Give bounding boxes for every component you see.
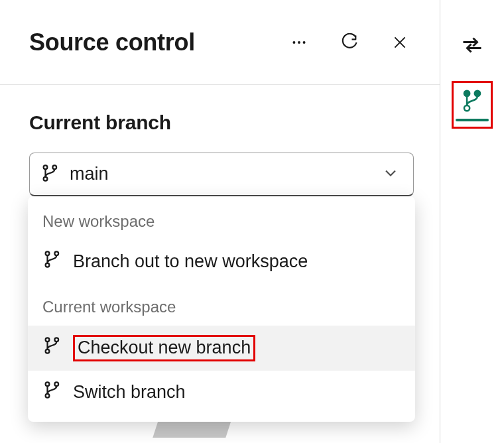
panel-title: Source control [29, 29, 288, 56]
menu-item-label: Branch out to new workspace [73, 251, 308, 272]
svg-point-11 [46, 338, 50, 342]
svg-point-7 [52, 165, 56, 169]
branch-icon [42, 249, 62, 274]
more-button[interactable] [288, 32, 310, 53]
svg-point-16 [54, 382, 58, 386]
current-branch-label: Current branch [29, 111, 410, 134]
menu-group-new-workspace: New workspace [28, 206, 415, 240]
chevron-down-icon [381, 164, 400, 185]
svg-point-8 [46, 251, 50, 255]
branch-dropdown-menu: New workspace Branch out to new workspac… [28, 196, 415, 422]
svg-point-14 [46, 382, 50, 386]
svg-point-15 [46, 394, 50, 398]
menu-item-checkout-new-branch[interactable]: Checkout new branch [28, 326, 415, 371]
sync-icon [460, 33, 484, 57]
svg-point-2 [303, 41, 306, 44]
branch-dropdown-wrap: main New workspace Branch out to new wor… [29, 153, 410, 196]
svg-point-13 [54, 338, 58, 342]
svg-point-10 [54, 251, 58, 255]
svg-point-0 [292, 41, 295, 44]
source-control-icon [460, 88, 485, 113]
branch-icon [42, 336, 62, 360]
svg-point-18 [464, 105, 470, 111]
right-rail [440, 0, 504, 443]
menu-item-switch-branch[interactable]: Switch branch [28, 371, 415, 414]
close-icon [391, 34, 409, 51]
svg-point-12 [46, 349, 50, 353]
svg-point-5 [44, 165, 48, 169]
more-icon [290, 34, 308, 51]
close-button[interactable] [389, 32, 410, 53]
svg-point-6 [44, 176, 48, 180]
branch-dropdown[interactable]: main [29, 153, 414, 196]
panel-content: Current branch main New workspace Branch… [0, 85, 440, 196]
svg-point-1 [298, 41, 300, 44]
branch-icon [42, 380, 62, 405]
menu-item-label: Checkout new branch [73, 335, 255, 361]
refresh-icon [340, 33, 359, 52]
rail-sync-button[interactable] [455, 28, 489, 62]
panel-header: Source control [0, 0, 440, 85]
source-control-panel: Source control Current branch main [0, 0, 440, 443]
branch-icon [40, 163, 60, 186]
menu-item-branch-out[interactable]: Branch out to new workspace [28, 240, 415, 283]
rail-active-indicator [456, 119, 489, 121]
menu-group-current-workspace: Current workspace [28, 283, 415, 326]
header-actions [288, 32, 410, 53]
svg-point-17 [464, 91, 470, 96]
refresh-button[interactable] [339, 32, 360, 53]
svg-point-19 [475, 91, 480, 96]
rail-source-control-button[interactable] [452, 81, 493, 129]
branch-dropdown-value: main [70, 164, 372, 184]
menu-item-label: Switch branch [73, 382, 186, 403]
svg-point-9 [46, 263, 50, 267]
